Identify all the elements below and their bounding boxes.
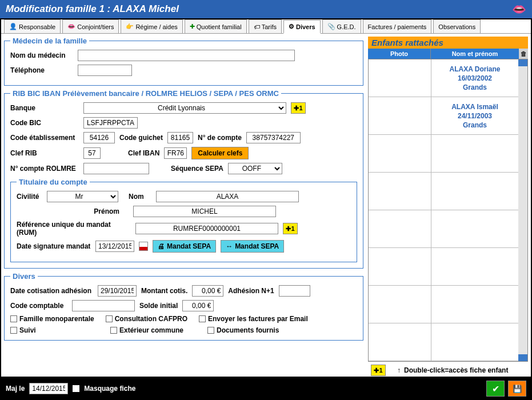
clefiban-input[interactable] bbox=[164, 147, 187, 159]
divers-fieldset: Divers Date cotisation adhésion Montant … bbox=[4, 272, 363, 341]
medecin-fieldset: Médecin de la famille Nom du médecin Tél… bbox=[4, 37, 363, 86]
col-delete-icon[interactable]: 🗑 bbox=[519, 49, 528, 59]
titulaire-prenom-label: Prénom bbox=[17, 207, 125, 215]
banque-select[interactable]: Crédit Lyonnais bbox=[83, 102, 286, 114]
titulaire-nom-label: Nom bbox=[129, 193, 151, 201]
rib-legend: RIB BIC IBAN Prélèvement bancaire / ROLM… bbox=[10, 89, 281, 98]
banque-add-button[interactable]: ✚1 bbox=[291, 102, 306, 114]
enfant-row-empty bbox=[369, 173, 518, 210]
tab-bar: 👤Responsable 👄Conjoint/tiers 👉Régime / a… bbox=[1, 19, 531, 34]
tab-quotient[interactable]: ✚Quotient familial bbox=[185, 19, 247, 33]
clefiban-label: Clef IBAN bbox=[128, 149, 159, 157]
titulaire-legend: Titulaire du compte bbox=[17, 178, 90, 186]
printer-icon: 🖨 bbox=[158, 242, 165, 250]
arrow-icon: ↔ bbox=[226, 242, 233, 250]
bic-input[interactable] bbox=[83, 117, 138, 129]
medecin-nom-input[interactable] bbox=[78, 50, 295, 61]
cb-cafpro[interactable] bbox=[106, 315, 113, 322]
titulaire-nom-input[interactable] bbox=[156, 191, 299, 202]
arrow-up-icon: ↑ bbox=[397, 366, 401, 374]
compte-input[interactable] bbox=[246, 132, 301, 143]
enfant-add-button[interactable]: ✚1 bbox=[371, 365, 386, 376]
medecin-legend: Médecin de la famille bbox=[10, 37, 89, 45]
tag-icon: 🏷 bbox=[254, 23, 260, 30]
enfants-header: Enfants rattachés bbox=[368, 37, 528, 49]
col-photo: Photo bbox=[368, 49, 431, 59]
tab-responsable[interactable]: 👤Responsable bbox=[4, 19, 61, 33]
enfant-date: 16/03/2002 bbox=[458, 74, 492, 82]
maj-label: Maj le bbox=[6, 385, 25, 393]
scroll-up-icon[interactable] bbox=[518, 59, 527, 66]
code-compta-input[interactable] bbox=[72, 300, 135, 311]
enfant-row-empty bbox=[369, 210, 518, 248]
code-compta-label: Code comptable bbox=[10, 302, 67, 310]
maj-date-input[interactable] bbox=[29, 383, 68, 394]
tab-conjoint[interactable]: 👄Conjoint/tiers bbox=[62, 19, 119, 33]
solde-input[interactable] bbox=[182, 300, 214, 311]
titulaire-prenom-input[interactable] bbox=[133, 206, 276, 217]
enfants-hint: ↑Double-click=accès fiche enfant bbox=[397, 366, 508, 374]
adhesion-input[interactable] bbox=[279, 285, 310, 297]
date-sig-input[interactable] bbox=[95, 241, 134, 252]
cb-email[interactable] bbox=[199, 315, 206, 322]
cb-monoparentale[interactable] bbox=[10, 315, 17, 322]
enfant-row-empty bbox=[369, 323, 518, 361]
clefrib-input[interactable] bbox=[83, 147, 101, 159]
mandat-print-button[interactable]: 🖨Mandat SEPA bbox=[153, 240, 216, 253]
enfant-row-empty bbox=[369, 286, 518, 323]
enfants-columns: Photo Nom et prénom 🗑 bbox=[368, 49, 528, 59]
rum-add-button[interactable]: ✚1 bbox=[283, 223, 298, 234]
validate-button[interactable]: ✔ bbox=[486, 381, 505, 397]
save-button[interactable]: 💾 bbox=[508, 381, 526, 397]
tab-regime[interactable]: 👉Régime / aides bbox=[121, 19, 182, 33]
date-cotis-input[interactable] bbox=[98, 285, 137, 297]
etab-label: Code établissement bbox=[10, 134, 79, 142]
scrollbar[interactable] bbox=[518, 59, 527, 361]
tab-observations[interactable]: Observations bbox=[433, 19, 481, 33]
rib-fieldset: RIB BIC IBAN Prélèvement bancaire / ROLM… bbox=[4, 89, 363, 269]
tab-factures[interactable]: Factures / paiements bbox=[363, 19, 432, 33]
etab-input[interactable] bbox=[83, 132, 115, 143]
medecin-tel-label: Téléphone bbox=[10, 66, 73, 74]
montant-label: Montant cotis. bbox=[141, 287, 187, 295]
content-area: 👤Responsable 👄Conjoint/tiers 👉Régime / a… bbox=[1, 19, 531, 377]
cb-suivi[interactable] bbox=[10, 327, 17, 334]
mandat-view-button[interactable]: ↔Mandat SEPA bbox=[221, 240, 284, 253]
bic-label: Code BIC bbox=[10, 119, 79, 127]
guichet-input[interactable] bbox=[167, 132, 193, 143]
tab-tarifs[interactable]: 🏷Tarifs bbox=[249, 19, 282, 33]
solde-label: Solde initial bbox=[139, 302, 178, 310]
calculer-button[interactable]: Calculer clefs bbox=[191, 147, 249, 159]
enfant-row[interactable]: ALAXA Doriane 16/03/2002 Grands bbox=[369, 59, 518, 97]
rum-input[interactable] bbox=[135, 223, 278, 234]
lips-icon: 👄 bbox=[512, 2, 526, 16]
enfant-row[interactable]: ALAXA Ismaël 24/11/2003 Grands bbox=[369, 97, 518, 135]
calendar-icon[interactable] bbox=[139, 242, 148, 251]
medecin-tel-input[interactable] bbox=[78, 65, 132, 76]
cb-masquage[interactable] bbox=[73, 385, 79, 392]
titlebar: Modification famille 1 : ALAXA Michel 👄 bbox=[0, 0, 532, 18]
scroll-down-icon[interactable] bbox=[518, 354, 527, 361]
cb-documents[interactable] bbox=[207, 327, 214, 334]
date-sig-label: Date signature mandat bbox=[17, 242, 91, 250]
tab-ged[interactable]: 📎G.E.D. bbox=[322, 19, 361, 33]
banque-label: Banque bbox=[10, 104, 79, 112]
civilite-label: Civilité bbox=[17, 193, 42, 201]
sepa-seq-label: Séquence SEPA bbox=[171, 165, 223, 173]
cb-exterieur[interactable] bbox=[110, 327, 117, 334]
rolmre-input[interactable] bbox=[83, 163, 149, 174]
enfant-name: ALAXA Doriane bbox=[450, 65, 501, 73]
sepa-seq-select[interactable]: OOFF bbox=[228, 163, 282, 174]
save-icon: 💾 bbox=[513, 385, 522, 393]
civilite-select[interactable]: Mr bbox=[47, 191, 118, 202]
enfant-photo bbox=[369, 59, 431, 97]
rolmre-label: N° compte ROLMRE bbox=[10, 165, 79, 173]
montant-input[interactable] bbox=[192, 285, 223, 297]
divers-legend: Divers bbox=[10, 272, 38, 281]
enfant-row-empty bbox=[369, 248, 518, 286]
plus-icon: ✚ bbox=[190, 23, 195, 30]
enfants-list: ALAXA Doriane 16/03/2002 Grands ALAXA Is… bbox=[369, 59, 518, 361]
enfant-date: 24/11/2003 bbox=[458, 112, 492, 120]
tab-divers[interactable]: ⚙Divers bbox=[283, 20, 321, 34]
enfant-name: ALAXA Ismaël bbox=[451, 103, 498, 111]
